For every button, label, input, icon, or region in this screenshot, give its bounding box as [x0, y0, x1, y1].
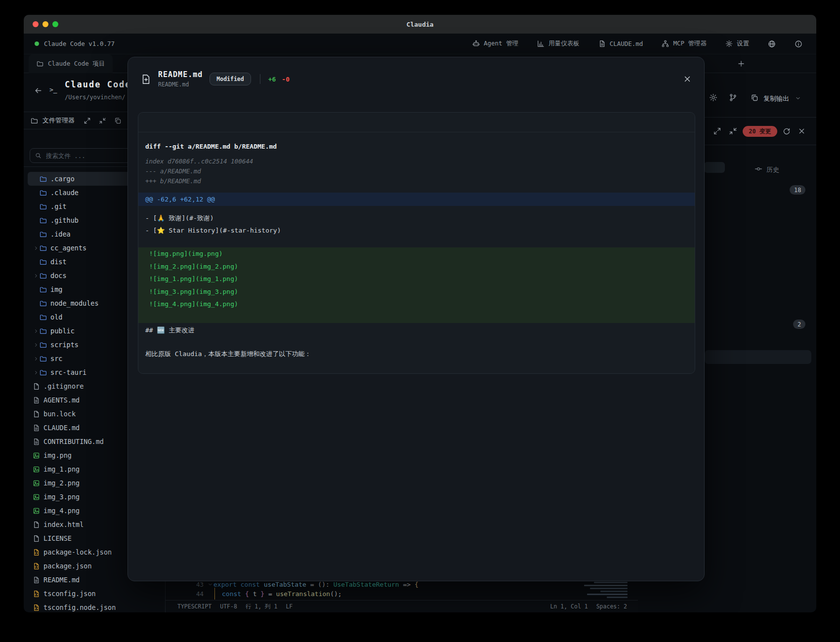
gear-icon[interactable]: [709, 93, 717, 102]
tree-item-label: CONTRIBUTING.md: [43, 438, 104, 445]
menu-item-label: 设置: [737, 40, 749, 48]
tree-item-label: src-tauri: [50, 368, 86, 376]
chevron-spacer: [33, 259, 40, 265]
tree-item-label: CLAUDE.md: [43, 424, 80, 432]
chevron-down-icon[interactable]: [795, 95, 801, 101]
expand-icon[interactable]: [84, 117, 91, 124]
status-segment: TYPESCRIPT: [177, 603, 211, 610]
copy-output-button[interactable]: 复制输出: [763, 94, 789, 103]
terminal-prompt-icon: >_: [49, 86, 57, 93]
chevron-spacer: [33, 204, 40, 209]
diff-added-line: ![img_3.png](img_3.png): [138, 285, 695, 298]
menu-item-agent-manager[interactable]: Agent 管理: [472, 40, 518, 48]
zoom-window-button[interactable]: [52, 21, 58, 27]
close-icon[interactable]: [798, 127, 805, 135]
editor-statusbar: TYPESCRIPTUTF-8行 1, 列 1LF Ln 1, Col 1Spa…: [166, 600, 638, 612]
close-modal-button[interactable]: [683, 75, 691, 83]
menu-item-settings[interactable]: 设置: [725, 40, 749, 48]
json-file-icon: [33, 562, 40, 570]
menu-item-mcp-manager[interactable]: MCP 管理器: [662, 40, 707, 48]
json-file-icon: [33, 590, 40, 598]
diff-added-line: [138, 311, 695, 323]
list-item[interactable]: [705, 350, 811, 364]
app-window: Claudia Claude Code v1.0.77 Agent 管理用量仪表…: [24, 15, 816, 612]
changes-tab[interactable]: [704, 162, 725, 173]
tree-item-label: bun.lock: [43, 410, 76, 418]
chevron-spacer: [33, 315, 40, 320]
close-window-button[interactable]: [33, 21, 39, 27]
diff-meta-line: index d76086f..c0c2514 100644: [138, 157, 695, 166]
info-icon[interactable]: [795, 40, 802, 48]
copy-icon[interactable]: [751, 94, 758, 102]
search-icon: [35, 152, 42, 159]
tree-item-label: .gitignore: [43, 382, 84, 390]
tab-claude-code-project[interactable]: Claude Code 项目: [29, 54, 113, 73]
tree-item-tsconfig.node.json[interactable]: tsconfig.node.json: [28, 601, 161, 612]
menu-item-claude-md[interactable]: CLAUDE.md: [598, 40, 643, 47]
md-file-icon: [33, 438, 40, 445]
chevron-spacer: [33, 218, 40, 223]
copy-icon[interactable]: [114, 117, 122, 124]
menu-item-usage-dashboard[interactable]: 用量仪表板: [537, 40, 580, 48]
menu-item-label: 用量仪表板: [548, 40, 580, 48]
statusbar-right: Ln 1, Col 1Spaces: 2: [550, 603, 627, 610]
claude-md-icon: [598, 40, 606, 47]
history-tab[interactable]: 历史: [766, 165, 779, 174]
tree-item-label: img: [50, 285, 62, 293]
tree-item-label: AGENTS.md: [43, 396, 80, 404]
traffic-lights: [33, 15, 58, 34]
diff-context-line: - [⭐ Star History](#-star-history): [138, 224, 695, 237]
tree-item-label: .idea: [50, 230, 71, 238]
folder-icon: [40, 341, 47, 349]
chevron-right-icon: [33, 356, 40, 361]
minimap[interactable]: [582, 582, 628, 600]
image-file-icon: [33, 466, 40, 473]
tree-item-label: img.png: [43, 451, 72, 459]
modal-titles: README.md README.md: [158, 70, 203, 88]
tree-item-label: .git: [50, 202, 67, 210]
collapse-icon[interactable]: [729, 127, 737, 135]
diff-added-block: ![img.png](img.png) ![img_2.png](img_2.p…: [138, 247, 695, 323]
window-title: Claudia: [24, 21, 816, 28]
file-file-icon: [33, 535, 40, 542]
menu-item-label: CLAUDE.md: [610, 40, 643, 47]
diff-added-line: ![img_4.png](img_4.png): [138, 298, 695, 311]
language-icon[interactable]: [768, 40, 776, 48]
refresh-icon[interactable]: [783, 127, 791, 135]
line-number: 43: [188, 581, 204, 588]
tree-item-label: public: [50, 327, 75, 335]
folder-icon: [40, 175, 47, 183]
collapse-icon[interactable]: [99, 117, 106, 124]
deletions-count: -0: [282, 76, 290, 83]
agent-manager-icon: [472, 40, 480, 47]
app-version-group: Claude Code v1.0.77: [35, 40, 115, 47]
fold-chevron-icon[interactable]: [208, 582, 213, 587]
status-segment: LF: [286, 603, 293, 610]
diff-context-line: - [🙏 致谢](#-致谢): [138, 212, 695, 224]
tree-item-label: dist: [50, 258, 67, 266]
tree-item-label: src: [50, 355, 62, 362]
code-line-44: 44const { t } = useTranslation();: [166, 588, 638, 600]
diff-added-line: ![img_1.png](img_1.png): [138, 273, 695, 285]
chevron-right-icon: [33, 273, 40, 279]
minimize-window-button[interactable]: [42, 21, 48, 27]
git-branch-icon[interactable]: [729, 93, 737, 102]
divider: [260, 74, 260, 84]
new-tab-button[interactable]: [737, 60, 745, 68]
modal-subtitle: README.md: [158, 81, 203, 88]
back-button[interactable]: [34, 86, 42, 95]
diff-added-line: ![img.png](img.png): [138, 247, 695, 260]
status-badge: Modified: [210, 73, 251, 85]
status-dot-icon: [35, 41, 39, 46]
project-path: /Users/yovinchen/: [65, 94, 126, 101]
menu-item-label: MCP 管理器: [673, 40, 707, 48]
diff-card: diff --git a/README.md b/README.mdindex …: [138, 112, 695, 374]
tree-item-label: docs: [50, 272, 67, 280]
tree-item-tsconfig.json[interactable]: tsconfig.json: [28, 587, 161, 601]
tree-item-label: scripts: [50, 341, 79, 349]
diff-content: diff --git a/README.md b/README.mdindex …: [138, 140, 695, 360]
md-file-icon: [33, 397, 40, 404]
expand-icon[interactable]: [713, 127, 721, 135]
tree-item-label: tsconfig.json: [43, 590, 96, 598]
folder-icon: [40, 369, 47, 376]
